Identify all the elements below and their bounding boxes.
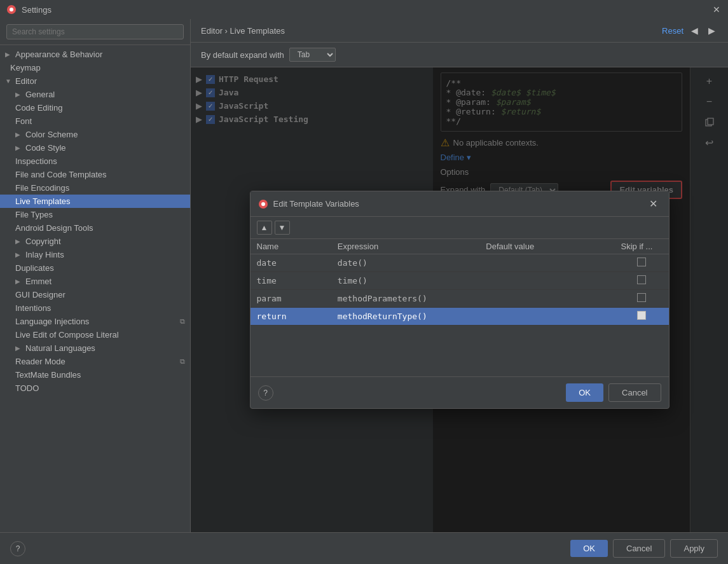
sidebar-label-inlay-hints: Inlay Hints — [25, 250, 64, 259]
edit-template-variables-dialog: Edit Template Variables ✕ ▲ ▼ — [250, 191, 670, 409]
move-up-button[interactable]: ▲ — [257, 221, 272, 235]
modal-cancel-button[interactable]: Cancel — [608, 383, 661, 402]
sidebar-item-color-scheme[interactable]: ▶ Color Scheme — [0, 128, 190, 141]
cell-skip-date — [615, 254, 669, 272]
cancel-button[interactable]: Cancel — [613, 539, 665, 558]
variables-table: Name Expression Default value Skip if ..… — [251, 239, 669, 326]
search-input[interactable] — [6, 24, 184, 39]
cell-name-return: return — [251, 308, 331, 326]
col-header-skip: Skip if ... — [615, 239, 669, 254]
title-bar-left: Settings — [6, 4, 52, 15]
sidebar-label-editor: Editor — [15, 76, 37, 86]
sidebar: ▶ Appearance & Behavior Keymap ▼ Editor … — [0, 19, 191, 532]
sidebar-item-gui-designer[interactable]: GUI Designer — [0, 288, 190, 301]
cell-skip-param — [615, 290, 669, 308]
help-button[interactable]: ? — [258, 385, 273, 401]
sidebar-item-font[interactable]: Font — [0, 114, 190, 128]
sidebar-item-todo[interactable]: TODO — [0, 382, 190, 395]
col-header-name: Name — [251, 239, 331, 254]
sidebar-item-copyright[interactable]: ▶ Copyright — [0, 235, 190, 248]
modal-ok-button[interactable]: OK — [566, 383, 603, 402]
sidebar-tree: ▶ Appearance & Behavior Keymap ▼ Editor … — [0, 45, 190, 532]
center-panel: Editor › Live Templates Reset ◀ ▶ By def… — [191, 19, 728, 532]
table-row[interactable]: return methodReturnType() — [251, 308, 669, 326]
modal-empty-space — [251, 326, 669, 376]
cell-name-date: date — [251, 254, 331, 272]
app-icon — [6, 4, 17, 15]
sidebar-item-file-encodings[interactable]: File Encodings — [0, 181, 190, 195]
cell-skip-return — [615, 308, 669, 326]
global-help-button[interactable]: ? — [10, 541, 25, 556]
modal-footer: ? OK Cancel — [251, 376, 669, 408]
sidebar-label-file-encodings: File Encodings — [15, 183, 69, 193]
skip-checkbox-return[interactable] — [637, 311, 646, 320]
sidebar-item-code-style[interactable]: ▶ Code Style — [0, 141, 190, 155]
sidebar-item-duplicates[interactable]: Duplicates — [0, 261, 190, 275]
title-bar-controls: ✕ — [711, 4, 722, 15]
svg-point-5 — [261, 202, 265, 206]
sidebar-label-todo: TODO — [15, 383, 39, 393]
sidebar-label-live-templates: Live Templates — [15, 196, 70, 206]
move-down-button[interactable]: ▼ — [275, 221, 290, 235]
sidebar-item-keymap[interactable]: Keymap — [0, 61, 190, 74]
search-box — [0, 19, 190, 45]
sidebar-label-intentions: Intentions — [15, 303, 51, 313]
back-button[interactable]: ◀ — [689, 24, 701, 37]
main-content: ▶ Appearance & Behavior Keymap ▼ Editor … — [0, 19, 728, 532]
sidebar-label-inspections: Inspections — [15, 156, 57, 166]
forward-button[interactable]: ▶ — [706, 24, 718, 37]
settings-window: Settings ✕ ▶ Appearance & Behavior Keyma… — [0, 0, 728, 564]
sidebar-item-natural-languages[interactable]: ▶ Natural Languages — [0, 341, 190, 355]
reset-button[interactable]: Reset — [662, 26, 683, 36]
sidebar-item-inspections[interactable]: Inspections — [0, 155, 190, 168]
sidebar-item-textmate-bundles[interactable]: TextMate Bundles — [0, 368, 190, 382]
ok-button[interactable]: OK — [570, 540, 608, 557]
expand-arrow-code-style: ▶ — [15, 144, 23, 151]
sidebar-label-gui-designer: GUI Designer — [15, 290, 65, 299]
sidebar-label-textmate-bundles: TextMate Bundles — [15, 370, 81, 380]
sidebar-item-live-templates[interactable]: Live Templates — [0, 195, 190, 208]
sidebar-item-appearance[interactable]: ▶ Appearance & Behavior — [0, 48, 190, 61]
cell-skip-time — [615, 272, 669, 290]
apply-button[interactable]: Apply — [670, 539, 718, 558]
sidebar-label-file-code-templates: File and Code Templates — [15, 170, 107, 179]
sidebar-item-file-types[interactable]: File Types — [0, 208, 190, 221]
sidebar-label-duplicates: Duplicates — [15, 263, 54, 273]
main-area: ▶ ✓ HTTP Request ▶ ✓ Java ▶ ✓ JavaScript — [191, 67, 728, 532]
sidebar-item-inlay-hints[interactable]: ▶ Inlay Hints — [0, 248, 190, 261]
cell-default-return[interactable] — [479, 308, 614, 326]
close-button[interactable]: ✕ — [711, 4, 722, 15]
sidebar-item-file-code-templates[interactable]: File and Code Templates — [0, 168, 190, 181]
skip-checkbox-time[interactable] — [637, 275, 646, 284]
cell-default-time[interactable] — [479, 272, 614, 290]
sidebar-item-language-injections[interactable]: Language Injections ⧉ — [0, 315, 190, 328]
skip-checkbox-date[interactable] — [637, 258, 646, 266]
sidebar-item-emmet[interactable]: ▶ Emmet — [0, 275, 190, 288]
expand-select[interactable]: Tab Enter Space — [289, 48, 336, 62]
cell-expr-date[interactable]: date() — [331, 254, 479, 272]
cell-default-date[interactable] — [479, 254, 614, 272]
sidebar-label-language-injections: Language Injections — [15, 317, 89, 326]
table-header: Name Expression Default value Skip if ..… — [251, 239, 669, 254]
sidebar-item-editor[interactable]: ▼ Editor — [0, 74, 190, 88]
skip-checkbox-param[interactable] — [637, 293, 646, 302]
svg-point-1 — [10, 8, 13, 11]
cell-expr-return[interactable]: methodReturnType() — [331, 308, 479, 326]
sidebar-item-android-design-tools[interactable]: Android Design Tools — [0, 221, 190, 235]
table-row[interactable]: date date() — [251, 254, 669, 272]
cell-default-param[interactable] — [479, 290, 614, 308]
cell-expr-time[interactable]: time() — [331, 272, 479, 290]
table-row[interactable]: param methodParameters() — [251, 290, 669, 308]
sidebar-item-intentions[interactable]: Intentions — [0, 301, 190, 315]
modal-close-button[interactable]: ✕ — [645, 196, 661, 211]
cell-expr-param[interactable]: methodParameters() — [331, 290, 479, 308]
col-header-expression: Expression — [331, 239, 479, 254]
sidebar-item-reader-mode[interactable]: Reader Mode ⧉ — [0, 355, 190, 368]
sidebar-item-general[interactable]: ▶ General — [0, 88, 190, 101]
sidebar-label-live-edit-compose: Live Edit of Compose Literal — [15, 330, 119, 340]
sidebar-item-live-edit-compose[interactable]: Live Edit of Compose Literal — [0, 328, 190, 341]
title-bar: Settings ✕ — [0, 0, 728, 19]
expand-label: By default expand with — [201, 50, 284, 60]
sidebar-item-code-editing[interactable]: Code Editing — [0, 101, 190, 114]
table-row[interactable]: time time() — [251, 272, 669, 290]
